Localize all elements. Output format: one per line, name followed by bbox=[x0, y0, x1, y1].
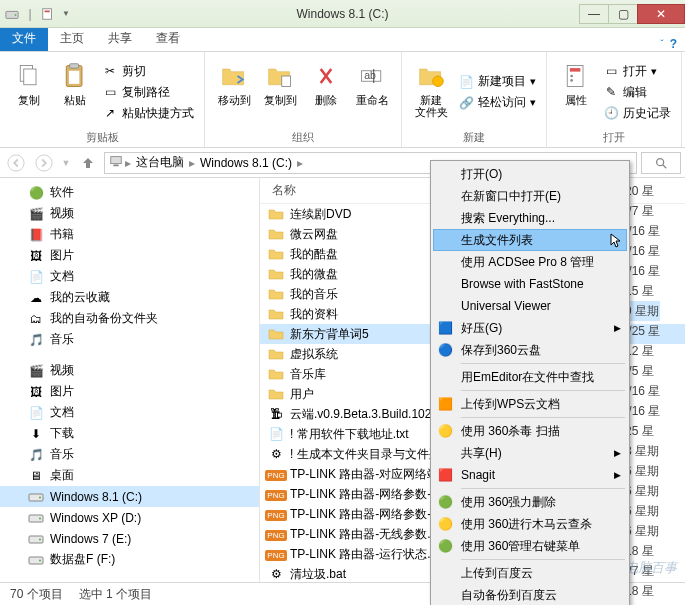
newfolder-button[interactable]: 新建 文件夹 bbox=[410, 56, 452, 128]
svg-rect-15 bbox=[570, 68, 581, 72]
sidebar-item[interactable]: 🖼图片 bbox=[0, 381, 259, 402]
sidebar-item[interactable]: ☁我的云收藏 bbox=[0, 287, 259, 308]
copypath-button[interactable]: ▭复制路径 bbox=[100, 83, 196, 102]
sidebar-item[interactable]: 🎬视频 bbox=[0, 203, 259, 224]
tree-label: Windows 7 (E:) bbox=[50, 532, 131, 546]
forward-button[interactable] bbox=[32, 151, 56, 175]
ctx-item[interactable]: 🟡使用 360杀毒 扫描 bbox=[433, 420, 627, 442]
ctx-item[interactable]: 打开(O) bbox=[433, 163, 627, 185]
group-open: 打开 bbox=[555, 128, 673, 145]
tree-label: 软件 bbox=[50, 184, 74, 201]
sidebar-item[interactable]: 🗂我的自动备份文件夹 bbox=[0, 308, 259, 329]
ctx-label: 使用 360杀毒 扫描 bbox=[461, 423, 560, 440]
moveto-button[interactable]: 移动到 bbox=[213, 56, 255, 128]
col-name[interactable]: 名称 bbox=[268, 180, 438, 201]
sidebar-item[interactable]: 🖥桌面 bbox=[0, 465, 259, 486]
qat-props-icon[interactable] bbox=[40, 6, 56, 22]
copy-button[interactable]: 复制 bbox=[8, 56, 50, 128]
tab-home[interactable]: 主页 bbox=[48, 26, 96, 51]
ctx-item[interactable]: 用EmEditor在文件中查找 bbox=[433, 366, 627, 388]
ctx-item[interactable]: 🟢使用 360强力删除 bbox=[433, 491, 627, 513]
properties-button[interactable]: 属性 bbox=[555, 56, 597, 128]
copyto-button[interactable]: 复制到 bbox=[259, 56, 301, 128]
ctx-item[interactable]: 上传到百度云 bbox=[433, 562, 627, 584]
ctx-item[interactable]: 在新窗口中打开(E) bbox=[433, 185, 627, 207]
ctx-item[interactable]: 🟥Snagit▶ bbox=[433, 464, 627, 486]
ctx-item[interactable]: 生成文件列表 bbox=[433, 229, 627, 251]
tree-label: 图片 bbox=[50, 247, 74, 264]
easyaccess-button[interactable]: 🔗轻松访问 ▾ bbox=[456, 93, 538, 112]
drive-icon bbox=[4, 6, 20, 22]
newitem-button[interactable]: 📄新建项目 ▾ bbox=[456, 72, 538, 91]
tree-icon bbox=[28, 510, 44, 526]
svg-point-22 bbox=[657, 158, 664, 165]
file-name: 用户 bbox=[290, 386, 314, 403]
sidebar-item[interactable]: 🟢软件 bbox=[0, 182, 259, 203]
file-icon: ⚙ bbox=[268, 566, 284, 582]
search-input[interactable] bbox=[641, 152, 681, 174]
ctx-item[interactable]: 搜索 Everything... bbox=[433, 207, 627, 229]
sidebar-item[interactable]: 🖧网络 bbox=[0, 580, 259, 582]
svg-rect-3 bbox=[45, 10, 50, 12]
ctx-item[interactable]: 🟦好压(G)▶ bbox=[433, 317, 627, 339]
back-button[interactable] bbox=[4, 151, 28, 175]
file-name: 我的酷盘 bbox=[290, 246, 338, 263]
path-icon: ▭ bbox=[102, 84, 118, 100]
tab-file[interactable]: 文件 bbox=[0, 26, 48, 51]
cursor-icon bbox=[610, 233, 622, 252]
crumb-computer[interactable]: 这台电脑 bbox=[133, 154, 187, 171]
tree-icon: 📕 bbox=[28, 227, 44, 243]
svg-rect-21 bbox=[113, 165, 118, 167]
ribbon-collapse-icon[interactable]: ˇ bbox=[660, 39, 663, 50]
sidebar-item[interactable]: Windows XP (D:) bbox=[0, 507, 259, 528]
submenu-arrow-icon: ▶ bbox=[614, 470, 621, 480]
tab-share[interactable]: 共享 bbox=[96, 26, 144, 51]
close-button[interactable]: ✕ bbox=[637, 4, 685, 24]
ctx-item[interactable]: 🟧上传到WPS云文档 bbox=[433, 393, 627, 415]
edit-button[interactable]: ✎编辑 bbox=[601, 83, 673, 102]
maximize-button[interactable]: ▢ bbox=[608, 4, 638, 24]
ctx-item[interactable]: 自动备份到百度云 bbox=[433, 584, 627, 605]
submenu-arrow-icon: ▶ bbox=[614, 448, 621, 458]
sidebar-item[interactable]: 🎬视频 bbox=[0, 360, 259, 381]
ctx-item[interactable]: Browse with FastStone bbox=[433, 273, 627, 295]
recent-dropdown[interactable]: ▼ bbox=[60, 151, 72, 175]
history-button[interactable]: 🕘历史记录 bbox=[601, 104, 673, 123]
ctx-item[interactable]: 使用 ACDSee Pro 8 管理 bbox=[433, 251, 627, 273]
sidebar-item[interactable]: 数据盘F (F:) bbox=[0, 549, 259, 570]
paste-button[interactable]: 粘贴 bbox=[54, 56, 96, 128]
ctx-item[interactable]: 🟡使用 360进行木马云查杀 bbox=[433, 513, 627, 535]
pasteshortcut-button[interactable]: ↗粘贴快捷方式 bbox=[100, 104, 196, 123]
ctx-item[interactable]: Universal Viewer bbox=[433, 295, 627, 317]
sidebar-item[interactable]: 📕书籍 bbox=[0, 224, 259, 245]
ctx-icon: 🟢 bbox=[437, 538, 453, 554]
sidebar-item[interactable]: 📄文档 bbox=[0, 402, 259, 423]
sidebar-item[interactable]: ⬇下载 bbox=[0, 423, 259, 444]
tab-view[interactable]: 查看 bbox=[144, 26, 192, 51]
file-name: 连续剧DVD bbox=[290, 206, 351, 223]
ctx-item[interactable]: 🟢使用 360管理右键菜单 bbox=[433, 535, 627, 557]
open-button[interactable]: ▭打开 ▾ bbox=[601, 62, 673, 81]
help-icon[interactable]: ? bbox=[670, 37, 677, 51]
sidebar-item[interactable]: Windows 7 (E:) bbox=[0, 528, 259, 549]
ctx-label: 好压(G) bbox=[461, 320, 502, 337]
minimize-button[interactable]: — bbox=[579, 4, 609, 24]
tree-icon bbox=[28, 552, 44, 568]
file-icon: 📄 bbox=[268, 426, 284, 442]
delete-button[interactable]: 删除 bbox=[305, 56, 347, 128]
cut-button[interactable]: ✂剪切 bbox=[100, 62, 196, 81]
rename-button[interactable]: ab 重命名 bbox=[351, 56, 393, 128]
ctx-icon: 🟡 bbox=[437, 516, 453, 532]
ctx-item[interactable]: 🔵保存到360云盘 bbox=[433, 339, 627, 361]
sidebar-item[interactable]: 📄文档 bbox=[0, 266, 259, 287]
sidebar-item[interactable]: 🖼图片 bbox=[0, 245, 259, 266]
ctx-label: 使用 ACDSee Pro 8 管理 bbox=[461, 254, 594, 271]
sidebar-item[interactable]: Windows 8.1 (C:) bbox=[0, 486, 259, 507]
up-button[interactable] bbox=[76, 151, 100, 175]
sidebar-item[interactable]: 🎵音乐 bbox=[0, 444, 259, 465]
sidebar-item[interactable]: 🎵音乐 bbox=[0, 329, 259, 350]
crumb-drive[interactable]: Windows 8.1 (C:) bbox=[197, 156, 295, 170]
qat-dropdown-icon[interactable]: ▼ bbox=[58, 6, 74, 22]
file-icon: PNG bbox=[268, 466, 284, 482]
ctx-item[interactable]: 共享(H)▶ bbox=[433, 442, 627, 464]
